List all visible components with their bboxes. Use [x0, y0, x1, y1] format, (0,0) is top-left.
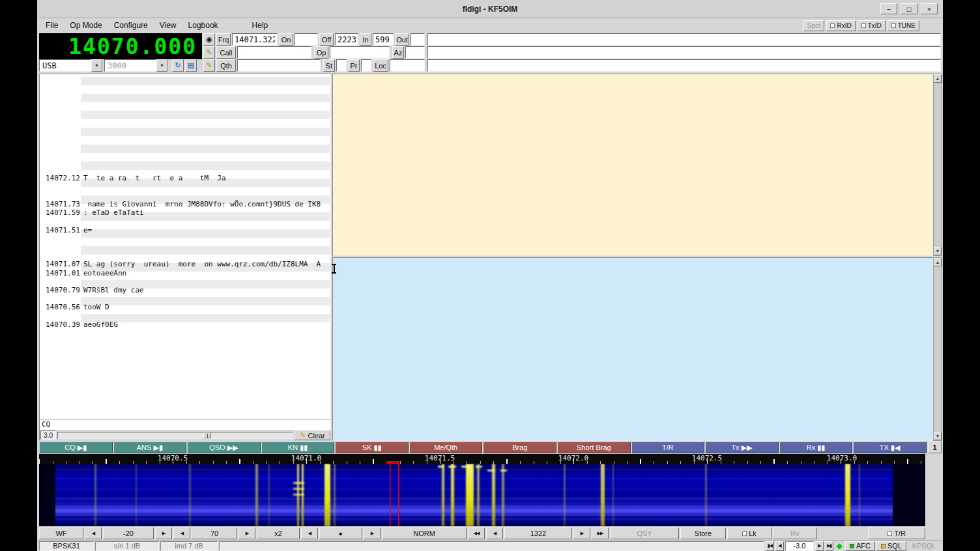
macro-button-cq[interactable]: CQ ▶▮	[39, 442, 113, 453]
bandwidth-select[interactable]: 3000	[104, 59, 156, 72]
macro-button-kn[interactable]: KN ▮▮	[261, 442, 335, 453]
shift-right-icon[interactable]: ▶	[364, 528, 381, 539]
squelch-slider-thumb[interactable]	[203, 432, 211, 438]
upper-signal-up-icon[interactable]: ▶	[155, 528, 172, 539]
loc-label[interactable]: Loc	[373, 59, 388, 72]
qth-tag-icon[interactable]: ✎	[203, 59, 215, 72]
dial-icon[interactable]: ◉	[203, 33, 215, 46]
range-up-icon[interactable]: ▶	[238, 528, 255, 539]
browser-line[interactable]: 14071.59: eTaD eTaTati	[40, 208, 330, 217]
notes-icon[interactable]: ▤	[185, 59, 197, 72]
scroll-down-icon[interactable]: ▼	[934, 247, 942, 255]
macro-button-me-qth[interactable]: Me/Qth	[409, 442, 483, 453]
st-input[interactable]	[336, 59, 347, 72]
browser-line[interactable]: 14071.07SL ag (sorry ureau) more on www.…	[40, 260, 330, 268]
signal-browser[interactable]: 14072.12T te a ra t rt e a tM Ja 14071.7…	[39, 74, 331, 441]
scroll-down-icon[interactable]: ▼	[934, 432, 942, 440]
pr-label[interactable]: Pr	[348, 59, 360, 72]
browser-line[interactable]: 14071.73 name is Giovanni mrno JM88DVfo:…	[40, 200, 330, 208]
menu-op-mode[interactable]: Op Mode	[64, 20, 108, 31]
scroll-up-icon[interactable]: ▲	[934, 258, 942, 266]
browser-line[interactable]: 14071.01eotoaeeAnn	[40, 269, 330, 277]
macro-button-sk[interactable]: SK ▮▮	[335, 442, 409, 453]
frequency-display[interactable]: 14070.000	[39, 33, 202, 59]
kpsql-toggle[interactable]: KPSQL	[908, 541, 940, 551]
rx-text-panel[interactable]	[332, 74, 933, 256]
squelch-slider[interactable]	[57, 432, 293, 439]
sideband-arrow-icon[interactable]: ▼	[91, 59, 102, 72]
rst-out-label[interactable]: Out	[395, 33, 409, 46]
macro-button-qso[interactable]: QSO ▶▶	[187, 442, 261, 453]
rst-in-input[interactable]	[373, 33, 394, 46]
on-input[interactable]	[295, 33, 318, 46]
browser-line[interactable]: 14071.51e=	[40, 226, 330, 234]
carrier-ffwd-icon[interactable]: ▶▶	[592, 528, 609, 539]
notes-field-3[interactable]	[427, 59, 941, 72]
menu-file[interactable]: File	[40, 20, 64, 31]
macro-button-tx[interactable]: Tx ▶▶	[705, 442, 779, 453]
minimize-button[interactable]: −	[880, 3, 897, 14]
loc-input[interactable]	[390, 59, 425, 72]
menu-configure[interactable]: Configure	[108, 20, 154, 31]
store-button[interactable]: Store	[680, 528, 726, 539]
bandwidth-arrow-icon[interactable]: ▼	[156, 59, 167, 72]
call-tag-icon[interactable]: ✎	[203, 46, 215, 59]
az-input[interactable]	[405, 46, 425, 59]
maximize-button[interactable]: □	[901, 3, 917, 14]
stop-icon[interactable]: ■	[319, 528, 362, 539]
macro-set-button[interactable]: 1	[928, 442, 942, 453]
qth-label[interactable]: Qth	[216, 59, 236, 72]
offset-up-icon[interactable]: ▶	[815, 541, 824, 551]
close-button[interactable]: ×	[921, 3, 938, 14]
on-label[interactable]: On	[279, 33, 293, 46]
carrier-down-icon[interactable]: ◀	[486, 528, 503, 539]
offset-seek-end-icon[interactable]: ▶▮	[825, 541, 833, 551]
lock-toggle[interactable]: Lk	[727, 528, 771, 539]
wf-mode-button[interactable]: WF	[39, 528, 83, 539]
macro-button-ans[interactable]: ANS ▶▮	[113, 442, 187, 453]
rx-scrollbar[interactable]: ▲ ▼	[933, 74, 942, 256]
macro-button-tx2[interactable]: TX ▮◀	[853, 442, 927, 453]
clear-button[interactable]: ✎ Clear	[295, 431, 330, 440]
reverse-button[interactable]: Rv	[773, 528, 817, 539]
tx-text-panel[interactable]	[332, 257, 933, 441]
menu-view[interactable]: View	[154, 20, 182, 31]
txid-toggle[interactable]: TxID	[857, 20, 886, 31]
az-label[interactable]: Az	[392, 46, 404, 59]
macro-button-short-brag[interactable]: Short Brag	[557, 442, 631, 453]
macro-button-rx[interactable]: Rx ▮▮	[779, 442, 853, 453]
sideband-select[interactable]: USB	[39, 59, 91, 72]
zoom-button[interactable]: x2	[257, 528, 300, 539]
offset-down-icon[interactable]: ◀	[775, 541, 784, 551]
tx-scrollbar[interactable]: ▲ ▼	[933, 257, 942, 441]
menu-logbook[interactable]: Logbook	[182, 20, 224, 31]
rst-out-input[interactable]	[411, 33, 425, 46]
off-label[interactable]: Off	[319, 33, 334, 46]
frq-input[interactable]	[232, 33, 278, 46]
frq-label[interactable]: Frq	[216, 33, 231, 46]
afc-toggle[interactable]: AFC	[845, 541, 875, 551]
macro-button-tr[interactable]: T/R	[631, 442, 705, 453]
call-input[interactable]	[237, 46, 311, 59]
off-input[interactable]	[335, 33, 358, 46]
st-label[interactable]: St	[323, 59, 335, 72]
upper-signal-down-icon[interactable]: ◀	[85, 528, 102, 539]
rxid-toggle[interactable]: RxID	[826, 20, 855, 31]
speed-button[interactable]: NORM	[382, 528, 467, 539]
tune-toggle[interactable]: TUNE	[887, 20, 919, 31]
macro-button-brag[interactable]: Brag	[483, 442, 556, 453]
op-input[interactable]	[330, 46, 390, 59]
call-label[interactable]: Call	[216, 46, 236, 59]
tr-toggle[interactable]: T/R	[868, 528, 925, 539]
mode-indicator[interactable]: BPSK31	[39, 541, 94, 551]
shift-left-icon[interactable]: ◀	[301, 528, 318, 539]
sql-toggle[interactable]: SQL	[876, 541, 906, 551]
refresh-icon[interactable]: ↻	[172, 59, 184, 72]
offset-seek-start-icon[interactable]: ▮◀	[766, 541, 774, 551]
browser-line[interactable]: 14072.12T te a ra t rt e a tM Ja	[40, 174, 330, 182]
carrier-rew-icon[interactable]: ◀◀	[468, 528, 485, 539]
notes-field-1[interactable]	[427, 33, 941, 46]
scroll-up-icon[interactable]: ▲	[934, 74, 942, 83]
spot-toggle[interactable]: Spot	[803, 20, 825, 31]
rst-in-label[interactable]: In	[360, 33, 371, 46]
